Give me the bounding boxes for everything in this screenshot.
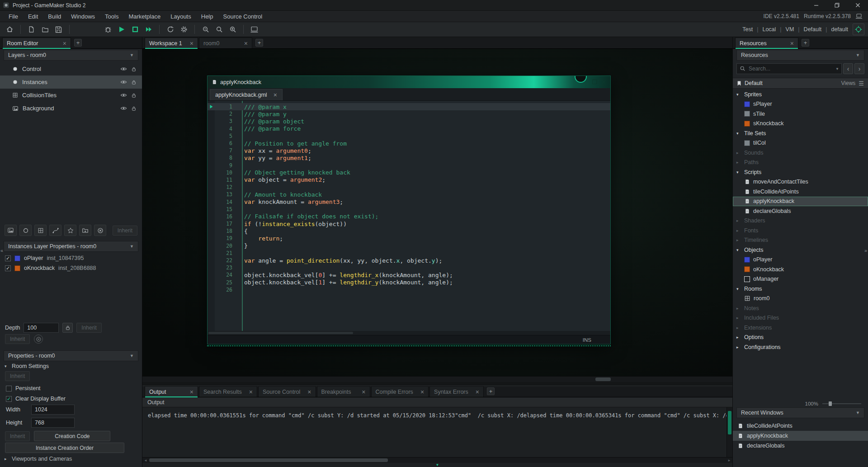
output-tab-compile-errors[interactable]: Compile Errors×	[371, 386, 429, 397]
tree-configurations[interactable]: ▸Configurations	[733, 342, 868, 352]
tree-expander-icon[interactable]: ▸	[736, 306, 741, 311]
creation-code-button[interactable]: Creation Code	[34, 431, 110, 441]
persistent-row[interactable]: Persistent	[0, 385, 142, 392]
code-window-titlebar[interactable]: applyKnockback ❐ ✕	[208, 76, 610, 88]
editor-hscrollbar-thumb[interactable]	[208, 332, 353, 334]
target-local[interactable]: Local	[762, 26, 776, 33]
room-editor-tab-room-editor[interactable]: Room Editor×	[2, 38, 71, 48]
close-button[interactable]	[847, 0, 868, 10]
search-prev-button[interactable]: ‹	[843, 63, 853, 74]
target-vm[interactable]: VM	[786, 26, 794, 33]
code-line[interactable]: 1/// @param x	[208, 103, 610, 110]
code-line[interactable]: 4/// @param force	[208, 125, 610, 132]
layer-inherit-button[interactable]: Inherit	[113, 226, 137, 236]
close-icon[interactable]: ×	[190, 389, 193, 395]
menu-build[interactable]: Build	[43, 11, 66, 22]
search-input[interactable]	[736, 63, 842, 74]
tree-expander-icon[interactable]: ▸	[736, 151, 741, 155]
stop-button[interactable]	[129, 24, 141, 35]
tree-stile[interactable]: sTile	[733, 109, 868, 119]
workspace-new-tab-button[interactable]: +	[255, 39, 263, 47]
layer-row-background[interactable]: Background	[0, 102, 142, 115]
add-background-layer-button[interactable]	[5, 225, 17, 236]
code-line[interactable]: 12	[208, 184, 610, 191]
tree-declareglobals[interactable]: declareGlobals	[733, 206, 868, 216]
room-height-input[interactable]	[31, 418, 75, 428]
window-resize-handle[interactable]	[207, 345, 611, 346]
collapse-left-panel-chevron[interactable]: «	[0, 248, 3, 253]
instances-inherit-button[interactable]: Inherit	[5, 334, 30, 344]
room-editor-new-tab-button[interactable]: +	[74, 39, 82, 47]
close-icon[interactable]: ×	[362, 389, 365, 395]
tree-expander-icon[interactable]: ▸	[736, 316, 741, 320]
output-tab-syntax-errors[interactable]: Syntax Errors×	[429, 386, 484, 397]
tree-expander-icon[interactable]: ▾	[736, 92, 741, 97]
tree-expander-icon[interactable]: ▸	[736, 345, 741, 349]
tree-expander-icon[interactable]: ▸	[736, 218, 741, 223]
tree-rooms[interactable]: ▾Rooms	[733, 284, 868, 294]
workspace-tab-room0[interactable]: room0×	[199, 38, 252, 48]
recent-declareglobals[interactable]: declareGlobals	[733, 441, 868, 451]
workspace-tab-workspace-1[interactable]: Workspace 1×	[145, 38, 198, 48]
code-editor[interactable]: 1/// @param x2/// @param y3/// @param ob…	[208, 101, 610, 331]
code-line[interactable]: 15	[208, 206, 610, 213]
tree-expander-icon[interactable]: ▾	[736, 131, 741, 136]
resources-tab-resources[interactable]: Resources×	[735, 38, 798, 48]
clean-cache-button[interactable]	[164, 24, 176, 35]
tree-splayer[interactable]: sPlayer	[733, 99, 868, 109]
delete-layer-button[interactable]	[94, 225, 106, 236]
code-line[interactable]: 6// Position to get angle from	[208, 140, 610, 147]
code-line[interactable]: 26	[208, 286, 610, 293]
code-line[interactable]: 2/// @param y	[208, 110, 610, 118]
code-line[interactable]: 13// Amount to knockback	[208, 191, 610, 198]
tree-expander-icon[interactable]: ▸	[736, 228, 741, 233]
code-line[interactable]: 21	[208, 250, 610, 257]
workspace-canvas[interactable]: applyKnockback ❐ ✕ applyKnockback.gml ×	[142, 49, 732, 376]
code-line[interactable]: 22var angle = point_direction(xx, yy, ob…	[208, 257, 610, 264]
open-project-button[interactable]	[39, 24, 51, 35]
room-settings-section[interactable]: ▾ Room Settings	[0, 362, 142, 370]
close-icon[interactable]: ×	[420, 389, 424, 395]
instance-creation-order-button[interactable]: Instance Creation Order	[5, 443, 124, 453]
code-line[interactable]: 11var object = argument2;	[208, 176, 610, 184]
add-path-layer-button[interactable]	[49, 225, 61, 236]
code-line[interactable]: 20}	[208, 242, 610, 250]
tree-expander-icon[interactable]: ▾	[736, 170, 741, 175]
close-icon[interactable]: ×	[307, 389, 311, 395]
code-line[interactable]: 8var yy = argument1;	[208, 154, 610, 161]
resources-new-tab-button[interactable]: +	[802, 39, 809, 47]
tree-applyknockback[interactable]: applyKnockback	[733, 197, 868, 207]
code-line[interactable]: 23	[208, 264, 610, 271]
tree-tilecollideatpoints[interactable]: tileCollideAtPoints	[733, 187, 868, 197]
depth-lock-icon[interactable]	[62, 323, 73, 333]
game-options-button[interactable]	[178, 24, 190, 35]
reset-properties-icon[interactable]	[34, 335, 43, 344]
layer-row-control[interactable]: Control	[0, 62, 142, 75]
run-button[interactable]	[115, 24, 127, 35]
tree-sounds[interactable]: ▸Sounds	[733, 148, 868, 158]
output-hscrollbar-thumb[interactable]	[149, 458, 388, 462]
instance-checkbox[interactable]	[5, 265, 11, 271]
instance-layer-properties-header[interactable]: Instances Layer Properties - room0 ▼	[4, 241, 138, 252]
layer-row-instances[interactable]: Instances	[0, 75, 142, 89]
menu-file[interactable]: File	[4, 11, 23, 22]
room-inherit-button[interactable]: Inherit	[5, 371, 30, 381]
menu-icon[interactable]: ☰	[859, 80, 864, 87]
code-line[interactable]: 18{	[208, 227, 610, 235]
tree-included-files[interactable]: ▸Included Files	[733, 313, 868, 323]
minimize-button[interactable]	[806, 0, 826, 10]
editor-hscrollbar[interactable]	[208, 331, 610, 335]
scroll-right-icon[interactable]: ▸	[726, 458, 732, 462]
code-line[interactable]: 24object.knockback_vel[0] += lengthdir_x…	[208, 271, 610, 278]
output-tab-breakpoints[interactable]: Breakpoints×	[317, 386, 370, 397]
laptop-preview-button[interactable]	[248, 24, 260, 35]
code-line[interactable]: 10// Object getting knocked back	[208, 169, 610, 176]
code-line[interactable]: 16// Failsafe if object does not exist);	[208, 213, 610, 220]
tree-tilcol[interactable]: tilCol	[733, 138, 868, 148]
instance-row-oknockback[interactable]: oKnockbackinst_208B6888	[0, 263, 142, 273]
new-project-button[interactable]	[25, 24, 38, 35]
code-window-close-button[interactable]: ✕	[601, 79, 606, 85]
maximize-button[interactable]	[826, 0, 847, 10]
lock-icon[interactable]	[131, 93, 137, 98]
fast-forward-button[interactable]	[142, 24, 155, 35]
